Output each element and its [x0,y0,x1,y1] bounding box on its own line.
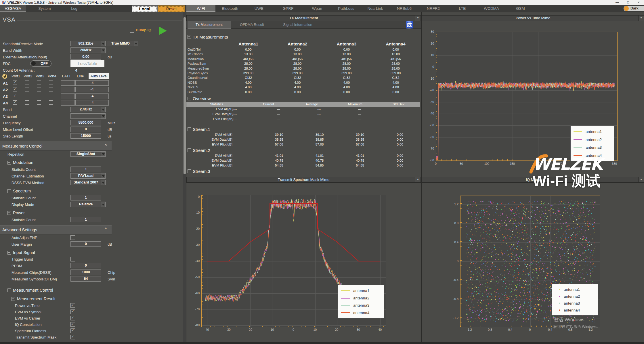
input-statistic-count[interactable]: 1 [70,195,101,200]
standard-tab-wcdma[interactable]: WCDMA [477,5,506,12]
local-button[interactable]: Local [132,5,158,12]
dropdown-standard-receive-mode-mimo[interactable]: True MIMO [107,41,134,46]
dump-iq-checkbox[interactable] [130,29,134,33]
losstable-button[interactable]: LossTable [70,60,104,67]
input-frequency[interactable]: 5500.000 [70,120,101,125]
reset-button[interactable]: Reset [158,5,185,12]
start-measure-play-icon[interactable] [159,26,167,35]
collapse-expander-icon[interactable] [188,127,191,131]
dropdown-channel-estimation[interactable]: PAYLoad [70,173,101,179]
checkbox-transmit-spectrum-mask[interactable] [70,335,75,339]
dropdown-display-mode[interactable]: Relative [70,202,101,207]
standard-tab-gsm[interactable]: GSM [506,5,535,12]
checkbox-a1-port4[interactable] [49,81,53,85]
collapse-expander-icon[interactable] [188,148,191,152]
enp-input-a4[interactable]: -4 [75,100,109,106]
checkbox-a3-port3[interactable] [37,94,41,98]
input-measured-chips-dsss[interactable]: 1000 [70,270,101,275]
enp-input-a3[interactable]: -4 [75,93,109,99]
enp-input-a1[interactable]: -4 [75,80,109,86]
close-button[interactable]: × [634,0,643,5]
dropdown-arrow-icon[interactable] [134,41,138,46]
minimize-button[interactable]: — [612,0,622,5]
checkbox-a3-port2[interactable] [25,94,29,98]
standard-tab-wifi[interactable]: WIFI [186,5,215,12]
standard-tab-pathloss[interactable]: PathLoss [332,5,361,12]
dropdown-arrow-icon[interactable] [101,202,106,207]
checkbox-trigger-burst[interactable] [70,257,75,261]
checkbox-a3-port4[interactable] [49,94,53,98]
checkbox-a1-port3[interactable] [37,81,41,85]
checkbox-a4-port1[interactable] [13,100,17,105]
dark-mode-toggle[interactable]: Dark [624,6,644,11]
tab-system[interactable]: System [32,5,57,12]
checkbox-a2-port2[interactable] [25,87,29,91]
eatt-input-a4[interactable] [61,100,75,106]
collapse-expander-icon[interactable] [188,169,191,173]
standard-tab-bluetooth[interactable]: Bluetooth [215,5,244,12]
input-measured-symbols-ofdm[interactable]: 64 [70,276,101,282]
chevron-down-icon[interactable]: ▼ [638,177,644,182]
section-header-advanced-settings[interactable]: Advanced Settings^ [0,225,112,234]
checkbox-iq-constellation[interactable] [70,322,75,327]
dropdown-arrow-icon[interactable] [101,151,106,157]
collapse-caret-icon[interactable]: ^ [105,143,107,147]
checkbox-power-vs-time[interactable] [70,303,75,308]
standard-tab-wpan[interactable]: Wpan [303,5,332,12]
dropdown-arrow-icon[interactable] [101,107,106,112]
input-ppbm[interactable]: 0 [70,263,101,268]
dropdown-band[interactable]: 2.4GHz [70,107,101,112]
tab-vsg-vsa[interactable]: VSG/VSA [0,5,26,12]
standard-tab-gprf[interactable]: GPRF [274,5,303,12]
chevron-down-icon[interactable]: ▼ [415,16,421,21]
input-user-margin[interactable]: 0 [70,241,101,247]
dropdown-band-width[interactable]: 20MHz [70,47,101,53]
checkbox-a4-port3[interactable] [37,100,41,105]
checkbox-a2-port4[interactable] [49,87,53,91]
checkbox-a1-port2[interactable] [25,81,29,85]
input-mixer-level-offset[interactable]: 0 [70,127,101,132]
tab-tx-measurement[interactable]: Tx Measurement [188,21,231,28]
dropdown-arrow-icon[interactable] [101,180,106,185]
collapse-expander-icon[interactable] [7,161,11,165]
collapse-expander-icon[interactable] [12,297,15,301]
eatt-input-a3[interactable] [61,93,75,99]
section-header-measurement-control[interactable]: Measurement Control^ [0,142,112,151]
dropdown-arrow-icon[interactable] [101,41,106,46]
collapse-expander-icon[interactable] [188,35,191,39]
standard-tab-nrfr2[interactable]: NRFR2 [419,5,448,12]
chevron-down-icon[interactable]: ▼ [415,177,421,182]
collapse-expander-icon[interactable] [188,97,191,100]
collapse-expander-icon[interactable] [7,189,11,193]
checkbox-a4-port2[interactable] [25,100,29,105]
tab-log[interactable]: Log [66,5,83,12]
enp-input-a2[interactable]: -4 [75,87,109,92]
input-statistic-count[interactable]: 1 [70,217,101,222]
eatt-input-a1[interactable] [61,80,75,86]
checkbox-evm-vs-symbol[interactable] [70,309,75,314]
eatt-input-a2[interactable] [61,87,75,92]
dropdown-arrow-icon[interactable] [101,173,106,179]
checkbox-a4-port4[interactable] [49,100,53,105]
auto-level-button[interactable]: Auto Level [89,73,109,79]
checkbox-a3-port1[interactable] [13,94,17,98]
standard-tab-nearlink[interactable]: NearLink [361,5,390,12]
input-external-attenuation-input[interactable]: 0.00 [70,54,101,60]
collapse-caret-icon[interactable]: ^ [105,227,107,231]
checkbox-a1-port1[interactable] [13,81,17,85]
tab-signal-information[interactable]: Signal Information [273,21,322,28]
input-statistic-count[interactable]: 1 [70,167,101,172]
checkbox-a2-port1[interactable] [13,87,17,91]
dropdown-channel[interactable] [70,113,101,119]
maximize-button[interactable]: □ [623,0,633,5]
checkbox-spectrum-flatness[interactable] [70,328,75,333]
checkbox-a2-port3[interactable] [37,87,41,91]
collapse-expander-icon[interactable] [7,288,11,292]
chevron-down-icon[interactable]: ▼ [638,16,644,21]
checkbox-autoadjustenp[interactable] [70,235,75,240]
input-step-length[interactable]: 15000 [70,133,101,139]
standard-tab-nrsub6[interactable]: NRSub6 [390,5,419,12]
dropdown-dsss-evm-method[interactable]: Standard 2007 [70,180,101,185]
standard-tab-uwb[interactable]: UWB [244,5,274,12]
collapse-expander-icon[interactable] [7,251,11,255]
